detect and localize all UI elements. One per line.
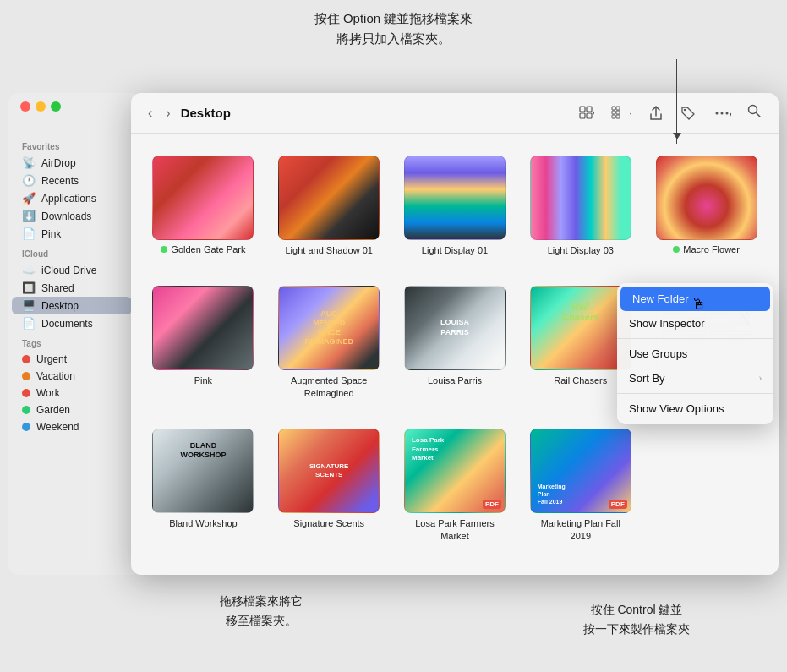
sidebar-item-icloud-drive[interactable]: ☁️ iCloud Drive: [12, 261, 132, 279]
fullscreen-button[interactable]: [51, 101, 61, 112]
sidebar-item-label: Weekend: [36, 421, 79, 433]
more-button[interactable]: ▾: [708, 103, 736, 123]
sidebar-item-label: Garden: [36, 404, 70, 416]
sidebar-item-label: Pink: [41, 228, 61, 240]
file-name: Light and Shadow 01: [286, 244, 373, 256]
sidebar-item-tag-weekend[interactable]: Weekend: [12, 418, 132, 435]
context-menu-item-new-folder[interactable]: New Folder: [620, 287, 770, 311]
close-button[interactable]: [20, 101, 30, 112]
more-icon: ▾: [713, 106, 731, 121]
search-button[interactable]: [743, 101, 765, 124]
file-thumbnail: PDF Losa ParkFarmersMarket: [404, 429, 506, 513]
file-item-light-display03[interactable]: Light Display 03: [522, 150, 639, 272]
file-item-light-display01[interactable]: Light Display 01: [396, 150, 514, 272]
file-item-golden-gate[interactable]: Golden Gate Park: [145, 150, 262, 272]
annotation-top: 按住 Option 鍵並拖移檔案來 將拷貝加入檔案夾。: [0, 8, 787, 49]
view-grid-button[interactable]: ▾: [574, 103, 599, 123]
sidebar-item-applications[interactable]: 🚀 Applications: [12, 189, 132, 207]
traffic-lights: [8, 93, 73, 120]
shared-icon: 🔲: [22, 281, 36, 294]
chevron-right-icon: ›: [759, 374, 762, 383]
file-thumbnail: [152, 156, 254, 240]
file-name: Macro Flower: [673, 244, 740, 254]
sidebar-item-label: Documents: [41, 318, 93, 330]
file-name: Losa Park Farmers Market: [404, 517, 506, 542]
svg-rect-9: [612, 115, 615, 118]
search-icon: [746, 103, 762, 118]
view-list-button[interactable]: ▾: [606, 103, 637, 123]
context-menu-item-show-inspector[interactable]: Show Inspector: [617, 311, 773, 336]
window-title: Desktop: [181, 106, 231, 120]
thumb-text: MarketingPlanFall 2019: [538, 483, 566, 505]
applications-icon: 🚀: [22, 192, 36, 205]
file-item-macro-flower[interactable]: Macro Flower: [648, 150, 765, 272]
favorites-label: Favorites: [8, 135, 135, 154]
sidebar-item-label: Vacation: [36, 370, 75, 382]
sidebar-item-tag-garden[interactable]: Garden: [12, 402, 132, 418]
svg-point-14: [721, 112, 724, 114]
minimize-button[interactable]: [36, 101, 46, 112]
annotation-line: [676, 59, 677, 144]
sidebar-item-label: Recents: [41, 175, 79, 187]
thumb-text: AUGMENTEDSPICEREIMAGINED: [304, 310, 353, 347]
sidebar-item-pink[interactable]: 📄 Pink: [12, 225, 132, 243]
grid-icon: ▾: [579, 106, 594, 121]
sidebar-section-tags: Tags Urgent Vacation Work Garden Weekend: [8, 332, 135, 435]
file-thumbnail: BLANDWORKSHOP: [152, 429, 254, 513]
thumb-text: SIGNATURESCENTS: [309, 463, 349, 479]
sidebar-item-desktop[interactable]: 🖥️ Desktop: [12, 297, 132, 314]
airdrop-icon: 📡: [22, 156, 36, 169]
svg-rect-7: [612, 111, 615, 114]
list-icon: ▾: [611, 106, 631, 121]
sidebar-item-downloads[interactable]: ⬇️ Downloads: [12, 207, 132, 225]
context-menu-divider: [617, 338, 773, 339]
share-icon: [648, 106, 664, 121]
icloud-drive-icon: ☁️: [22, 264, 36, 276]
file-item-pink[interactable]: Pink: [145, 281, 262, 415]
file-name: Augmented Space Reimagined: [278, 374, 380, 399]
downloads-icon: ⬇️: [22, 210, 36, 222]
sidebar-item-label: Urgent: [36, 353, 67, 365]
annotation-bottom-left: 拖移檔案來將它 移至檔案夾。: [220, 592, 303, 630]
tags-label: Tags: [8, 332, 135, 351]
sidebar-item-tag-vacation[interactable]: Vacation: [12, 368, 132, 385]
file-item-marketing[interactable]: PDF MarketingPlanFall 2019 Marketing Pla…: [522, 423, 639, 558]
tag-dot-urgent: [22, 355, 30, 363]
svg-point-12: [684, 108, 686, 110]
sidebar-item-recents[interactable]: 🕐 Recents: [12, 172, 132, 189]
file-thumbnail: [656, 156, 757, 240]
sidebar-item-label: Work: [36, 387, 60, 399]
context-menu-item-show-view-options[interactable]: Show View Options: [617, 396, 773, 421]
file-item-louisa[interactable]: LOUISAPARRIS Louisa Parris: [396, 281, 514, 415]
file-item-bland[interactable]: BLANDWORKSHOP Bland Workshop: [145, 423, 262, 558]
context-menu-divider: [617, 393, 773, 394]
file-name: Light Display 03: [548, 244, 614, 256]
back-button[interactable]: ‹: [145, 104, 156, 123]
svg-rect-6: [616, 107, 620, 110]
sidebar-item-shared[interactable]: 🔲 Shared: [12, 279, 132, 297]
sidebar-item-airdrop[interactable]: 📡 AirDrop: [12, 154, 132, 172]
tag-button[interactable]: [675, 103, 701, 123]
file-item-light-shadow[interactable]: Light and Shadow 01: [271, 150, 388, 272]
file-item-augmented[interactable]: AUGMENTEDSPICEREIMAGINED Augmented Space…: [271, 281, 388, 415]
forward-button[interactable]: ›: [162, 104, 173, 123]
tag-dot-weekend: [22, 423, 30, 431]
online-dot: [161, 246, 167, 253]
sidebar-item-documents[interactable]: 📄 Documents: [12, 314, 132, 332]
context-menu-item-use-groups[interactable]: Use Groups: [617, 341, 773, 366]
file-thumbnail: [278, 156, 380, 240]
context-menu-item-sort-by[interactable]: Sort By ›: [617, 366, 773, 391]
desktop-icon: 🖥️: [22, 299, 36, 312]
icloud-label: iCloud: [8, 243, 135, 261]
file-name: Louisa Parris: [428, 374, 482, 386]
thumb-text: Losa ParkFarmersMarket: [412, 436, 444, 462]
file-name: Golden Gate Park: [161, 244, 245, 254]
sidebar-item-tag-work[interactable]: Work: [12, 385, 132, 402]
file-name: Pink: [194, 374, 212, 386]
svg-text:▾: ▾: [630, 111, 631, 118]
sidebar-item-tag-urgent[interactable]: Urgent: [12, 351, 132, 368]
file-item-losa[interactable]: PDF Losa ParkFarmersMarket Losa Park Far…: [396, 423, 514, 558]
file-thumbnail: Rail Chasers: [530, 286, 631, 370]
file-item-signature[interactable]: SIGNATURESCENTS Signature Scents: [271, 423, 388, 558]
share-button[interactable]: [643, 103, 669, 123]
